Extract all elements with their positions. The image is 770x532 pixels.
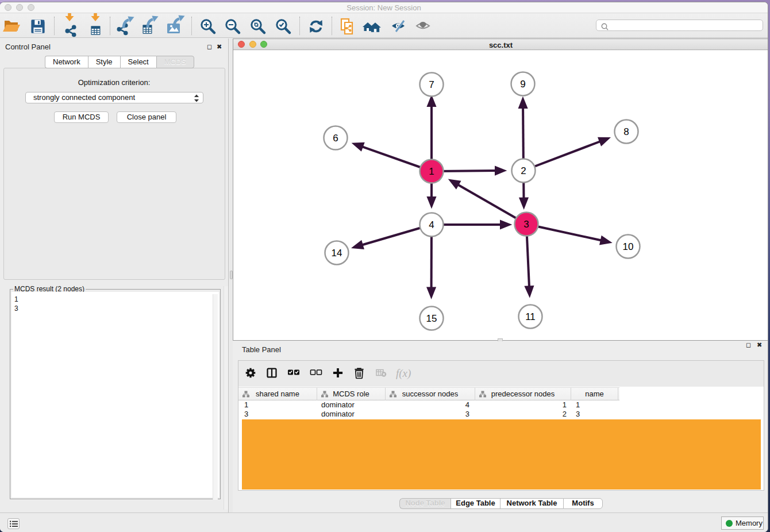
svg-text:11: 11 <box>525 311 536 322</box>
svg-text:8: 8 <box>623 126 629 137</box>
svg-text:9: 9 <box>520 79 525 90</box>
svg-text:2: 2 <box>521 165 526 176</box>
svg-text:6: 6 <box>333 133 338 144</box>
svg-text:1: 1 <box>429 166 434 177</box>
svg-text:14: 14 <box>332 248 342 259</box>
svg-text:3: 3 <box>523 219 529 230</box>
svg-text:7: 7 <box>429 79 434 90</box>
svg-text:4: 4 <box>429 219 434 230</box>
svg-text:10: 10 <box>623 241 634 252</box>
svg-text:f(x): f(x) <box>396 367 411 380</box>
svg-text:15: 15 <box>426 313 437 324</box>
